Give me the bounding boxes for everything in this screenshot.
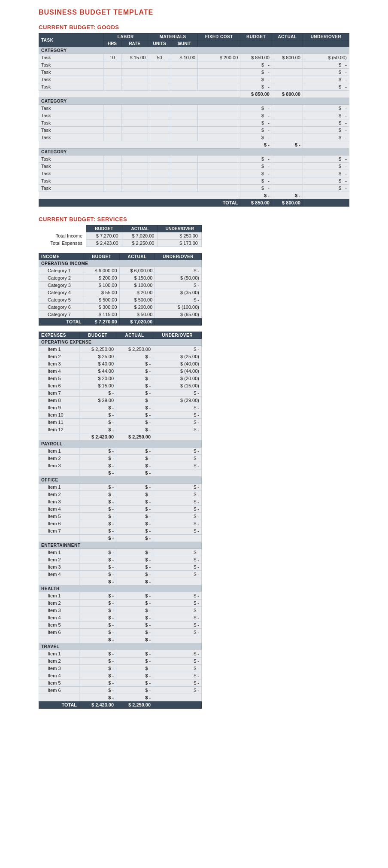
labor-header: LABOR	[103, 34, 148, 40]
goods-task-row: Task $ - $ -	[39, 185, 349, 192]
expense-section-row: TRAVEL	[39, 643, 202, 650]
expense-item-row: Item 2 $ - $ - $ -	[39, 455, 202, 462]
expenses-budget-header: BUDGET	[79, 332, 116, 339]
rate-subheader: RATE	[121, 40, 148, 47]
expense-item-row: Item 10 $ - $ - $ -	[39, 411, 202, 419]
actual-header: ACTUAL	[272, 34, 303, 40]
goods-category-row: CATEGORY	[39, 149, 349, 155]
income-item-row: Category 5 $ 500.00 $ 500.00 $ -	[39, 296, 202, 304]
expense-item-row: Item 7 $ - $ - $ -	[39, 527, 202, 535]
expense-item-row: Item 3 $ - $ - $ -	[39, 563, 202, 571]
goods-subtotal-row: $ 850.00 $ 800.00	[39, 91, 349, 98]
expense-item-row: Item 2 $ - $ - $ -	[39, 600, 202, 607]
expenses-table: EXPENSES BUDGET ACTUAL UNDER/OVER OPERAT…	[39, 332, 202, 709]
expense-item-row: Item 5 $ - $ - $ -	[39, 513, 202, 520]
expense-item-row: Item 1 $ - $ - $ -	[39, 448, 202, 455]
per-unit-subheader: $/UNIT	[171, 40, 197, 47]
expense-item-row: Item 12 $ - $ - $ -	[39, 426, 202, 433]
goods-subtotal-row: $ - $ -	[39, 141, 349, 149]
expense-subtotal-row: $ 2,423.00 $ 2,250.00	[39, 433, 202, 441]
expense-item-row: Item 6 $ 15.00 $ - $ (15.00)	[39, 382, 202, 390]
summary-under-over-header: UNDER/OVER	[158, 225, 202, 232]
actual-subheader	[272, 40, 303, 47]
income-item-row: Category 1 $ 6,000.00 $ 6,000.00 $ -	[39, 267, 202, 274]
expenses-total-row: TOTAL $ 2,423.00 $ 2,250.00	[39, 701, 202, 709]
expenses-header: EXPENSES	[39, 332, 79, 339]
expense-item-row: Item 1 $ - $ - $ -	[39, 650, 202, 658]
expense-item-row: Item 1 $ - $ - $ -	[39, 592, 202, 600]
goods-task-row: Task $ - $ -	[39, 163, 349, 170]
summary-row: Total Income $ 7,270.00 $ 7,020.00 $ 250…	[39, 232, 202, 240]
goods-task-row: Task $ - $ -	[39, 170, 349, 177]
expense-item-row: Item 4 $ - $ - $ -	[39, 614, 202, 621]
income-item-row: Category 2 $ 200.00 $ 150.00 $ (50.00)	[39, 274, 202, 282]
income-subsection-row: OPERATING INCOME	[39, 260, 202, 267]
goods-task-row: Task 10 $ 15.00 50 $ 10.00 $ 200.00 $ 85…	[39, 54, 349, 61]
expense-subtotal-row: $ - $ -	[39, 578, 202, 585]
goods-total-row: TOTAL $ 850.00 $ 800.00	[39, 199, 349, 207]
goods-task-row: Task $ - $ -	[39, 69, 349, 76]
expense-section-row: OPERATING EXPENSE	[39, 339, 202, 346]
goods-task-row: Task $ - $ -	[39, 61, 349, 69]
under-over-subheader	[303, 40, 349, 47]
page-title: BUSINESS BUDGET TEMPLATE	[39, 9, 349, 16]
goods-task-row: Task $ - $ -	[39, 155, 349, 163]
summary-table: BUDGET ACTUAL UNDER/OVER Total Income $ …	[39, 225, 202, 247]
expense-subtotal-row: $ - $ -	[39, 469, 202, 477]
hrs-subheader: HRS	[103, 40, 121, 47]
expense-item-row: Item 9 $ - $ - $ -	[39, 404, 202, 411]
units-subheader: UNITS	[148, 40, 171, 47]
expense-item-row: Item 11 $ - $ - $ -	[39, 419, 202, 426]
expense-item-row: Item 4 $ - $ - $ -	[39, 506, 202, 513]
income-actual-header: ACTUAL	[119, 253, 155, 260]
expense-item-row: Item 4 $ 44.00 $ - $ (44.00)	[39, 368, 202, 375]
goods-task-row: Task $ - $ -	[39, 134, 349, 141]
summary-label-header	[39, 225, 86, 232]
task-header: TASK	[39, 34, 103, 47]
expense-item-row: Item 1 $ 2,250.00 $ 2,250.00 $ -	[39, 346, 202, 353]
income-item-row: Category 6 $ 300.00 $ 200.00 $ (100.00)	[39, 304, 202, 311]
expense-section-row: PAYROLL	[39, 441, 202, 448]
expense-item-row: Item 5 $ - $ - $ -	[39, 621, 202, 629]
expense-item-row: Item 7 $ - $ - $ -	[39, 390, 202, 397]
expense-item-row: Item 1 $ - $ - $ -	[39, 549, 202, 556]
expense-item-row: Item 2 $ - $ - $ -	[39, 658, 202, 665]
expense-item-row: Item 5 $ - $ - $ -	[39, 679, 202, 687]
expense-subtotal-row: $ - $ -	[39, 636, 202, 643]
expense-item-row: Item 6 $ - $ - $ -	[39, 629, 202, 636]
expense-item-row: Item 2 $ - $ - $ -	[39, 491, 202, 498]
goods-task-row: Task $ - $ -	[39, 76, 349, 83]
services-section-title: CURRENT BUDGET: SERVICES	[39, 216, 349, 222]
goods-task-row: Task $ - $ -	[39, 177, 349, 185]
expense-item-row: Item 3 $ - $ - $ -	[39, 665, 202, 672]
income-under-over-header: UNDER/OVER	[155, 253, 202, 260]
income-item-row: Category 4 $ 55.00 $ 20.00 $ (35.00)	[39, 289, 202, 296]
summary-row: Total Expenses $ 2,423.00 $ 2,250.00 $ 1…	[39, 240, 202, 247]
expense-section-row: HEALTH	[39, 585, 202, 592]
services-wrapper: BUDGET ACTUAL UNDER/OVER Total Income $ …	[39, 225, 202, 709]
expense-subtotal-row: $ - $ -	[39, 694, 202, 701]
expense-item-row: Item 4 $ - $ - $ -	[39, 672, 202, 679]
income-total-row: TOTAL $ 7,270.00 $ 7,020.00	[39, 318, 202, 326]
goods-section-title: CURRENT BUDGET: GOODS	[39, 24, 349, 30]
expense-item-row: Item 5 $ 20.00 $ - $ (20.00)	[39, 375, 202, 382]
fixed-subheader	[198, 40, 240, 47]
income-item-row: Category 7 $ 115.00 $ 50.00 $ (65.00)	[39, 311, 202, 318]
expense-item-row: Item 2 $ - $ - $ -	[39, 556, 202, 563]
expense-item-row: Item 3 $ - $ - $ -	[39, 607, 202, 614]
expense-item-row: Item 3 $ - $ - $ -	[39, 462, 202, 469]
income-table: INCOME BUDGET ACTUAL UNDER/OVER OPERATIN…	[39, 253, 202, 326]
summary-budget-header: BUDGET	[86, 225, 122, 232]
budget-subheader	[240, 40, 272, 47]
expense-item-row: Item 1 $ - $ - $ -	[39, 484, 202, 491]
summary-actual-header: ACTUAL	[122, 225, 158, 232]
expense-item-row: Item 6 $ - $ - $ -	[39, 687, 202, 694]
goods-table: TASK LABOR MATERIALS FIXED COST BUDGET A…	[39, 33, 349, 207]
expense-item-row: Item 6 $ - $ - $ -	[39, 520, 202, 527]
budget-header: BUDGET	[240, 34, 272, 40]
goods-task-row: Task $ - $ -	[39, 83, 349, 91]
goods-category-row: CATEGORY	[39, 98, 349, 105]
expense-item-row: Item 3 $ - $ - $ -	[39, 498, 202, 506]
income-header: INCOME	[39, 253, 84, 260]
under-over-header: UNDER/OVER	[303, 34, 349, 40]
